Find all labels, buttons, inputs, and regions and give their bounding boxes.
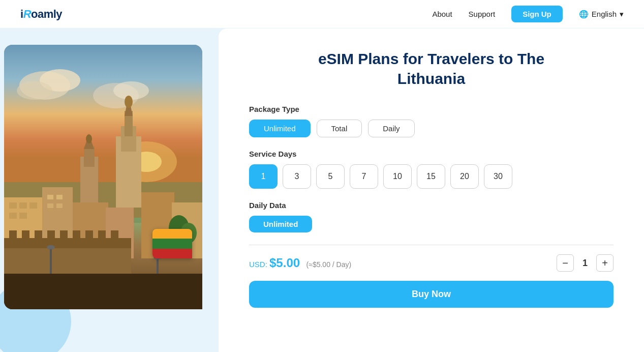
- svg-rect-30: [47, 195, 53, 199]
- svg-rect-32: [47, 203, 53, 208]
- quantity-increase-button[interactable]: +: [596, 254, 614, 272]
- svg-point-6: [17, 81, 52, 100]
- day-10-button[interactable]: 10: [383, 164, 412, 189]
- language-label: English: [592, 10, 617, 18]
- right-panel: eSIM Plans for Travelers to The Lithuani…: [219, 28, 644, 352]
- svg-rect-22: [29, 202, 37, 209]
- signup-button[interactable]: Sign Up: [511, 6, 563, 22]
- main-content: eSIM Plans for Travelers to The Lithuani…: [0, 28, 644, 352]
- day-7-button[interactable]: 7: [350, 164, 378, 189]
- svg-rect-42: [85, 230, 93, 241]
- daily-data-section: Daily Data Unlimited: [249, 201, 614, 232]
- svg-rect-20: [9, 202, 17, 209]
- svg-rect-37: [22, 230, 29, 241]
- city-image: [4, 45, 202, 309]
- svg-rect-24: [19, 213, 27, 219]
- package-unlimited-button[interactable]: Unlimited: [249, 120, 311, 137]
- logo: iRoamly: [20, 8, 62, 21]
- country-flag: [152, 229, 192, 258]
- navbar: iRoamly About Support Sign Up 🌐 English …: [0, 0, 644, 28]
- service-days-label: Service Days: [249, 150, 614, 158]
- package-type-label: Package Type: [249, 105, 614, 113]
- svg-rect-33: [56, 203, 63, 208]
- day-5-button[interactable]: 5: [316, 164, 345, 189]
- left-panel: [0, 28, 219, 352]
- svg-rect-44: [111, 230, 118, 241]
- data-unlimited-button[interactable]: Unlimited: [249, 216, 312, 232]
- svg-rect-53: [4, 274, 202, 309]
- service-days-options: 1 3 5 7 10 15 20 30: [249, 164, 614, 189]
- svg-point-46: [47, 245, 55, 249]
- quantity-control: − 1 +: [557, 254, 614, 272]
- daily-data-options: Unlimited: [249, 216, 614, 232]
- service-days-section: Service Days 1 3 5 7 10 15 20 30: [249, 150, 614, 189]
- city-image-inner: [4, 45, 202, 309]
- svg-rect-16: [84, 146, 95, 167]
- quantity-decrease-button[interactable]: −: [557, 254, 574, 272]
- flag-stripe-red: [152, 249, 192, 258]
- chevron-down-icon: ▾: [620, 10, 624, 19]
- svg-point-8: [113, 81, 149, 100]
- svg-point-14: [125, 96, 133, 108]
- day-15-button[interactable]: 15: [417, 164, 445, 189]
- package-type-section: Package Type Unlimited Total Daily: [249, 105, 614, 137]
- price-display: USD: $5.00 (≈$5.00 / Day): [249, 256, 351, 270]
- package-daily-button[interactable]: Daily: [368, 120, 414, 137]
- svg-rect-23: [9, 213, 17, 219]
- package-type-options: Unlimited Total Daily: [249, 120, 614, 137]
- svg-rect-40: [60, 230, 68, 241]
- flag-stripe-yellow: [152, 229, 192, 239]
- price-row: USD: $5.00 (≈$5.00 / Day) − 1 +: [249, 245, 614, 272]
- svg-rect-36: [9, 230, 17, 241]
- day-30-button[interactable]: 30: [484, 164, 512, 189]
- package-total-button[interactable]: Total: [317, 120, 362, 137]
- svg-rect-39: [47, 230, 55, 241]
- language-selector[interactable]: 🌐 English ▾: [579, 10, 624, 19]
- svg-rect-43: [98, 230, 106, 241]
- page-title: eSIM Plans for Travelers to The Lithuani…: [249, 49, 614, 89]
- daily-data-label: Daily Data: [249, 201, 614, 210]
- buy-now-button[interactable]: Buy Now: [249, 281, 614, 308]
- day-3-button[interactable]: 3: [283, 164, 311, 189]
- svg-rect-38: [35, 230, 42, 241]
- svg-point-18: [86, 134, 92, 143]
- svg-rect-21: [19, 202, 27, 209]
- price-amount: USD: $5.00: [249, 257, 300, 270]
- quantity-value: 1: [580, 258, 590, 269]
- navbar-right: About Support Sign Up 🌐 English ▾: [432, 6, 624, 22]
- globe-icon: 🌐: [579, 10, 589, 19]
- nav-about[interactable]: About: [432, 10, 452, 18]
- price-per-day: (≈$5.00 / Day): [306, 260, 352, 269]
- svg-rect-41: [73, 230, 80, 241]
- nav-support[interactable]: Support: [469, 10, 496, 18]
- city-skyline-svg: [4, 45, 202, 309]
- day-1-button[interactable]: 1: [249, 164, 278, 189]
- day-20-button[interactable]: 20: [450, 164, 479, 189]
- flag-stripe-green: [152, 239, 192, 248]
- svg-rect-31: [56, 195, 63, 199]
